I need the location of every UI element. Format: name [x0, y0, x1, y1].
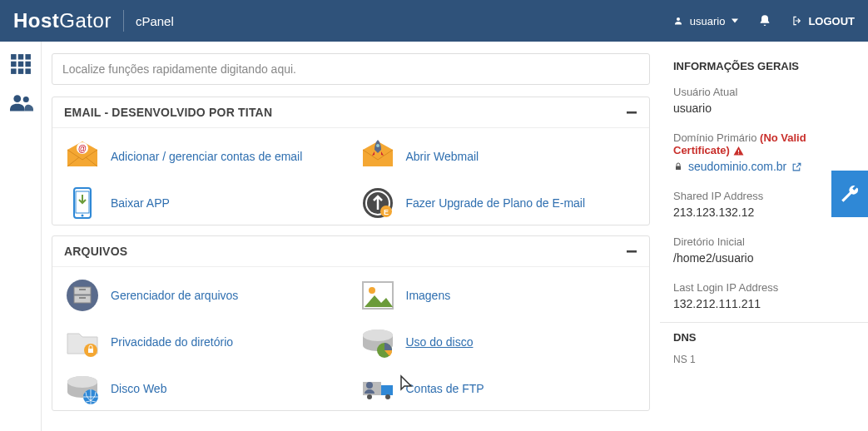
- external-link-icon[interactable]: [791, 161, 802, 172]
- svg-rect-25: [79, 289, 86, 290]
- dns-title: DNS: [660, 322, 868, 352]
- svg-rect-5: [17, 62, 23, 67]
- ns1-label: NS 1: [660, 352, 868, 367]
- svg-point-0: [677, 17, 680, 21]
- left-rail: [0, 42, 42, 431]
- webmail-item[interactable]: Abrir Webmail: [360, 138, 638, 175]
- disk-pie-icon: [360, 324, 396, 360]
- item-label: Adicionar / gerenciar contas de email: [111, 149, 302, 164]
- item-label: Fazer Upgrade de Plano de E-mail: [406, 196, 586, 211]
- images-item[interactable]: Imagens: [360, 277, 638, 314]
- users-icon[interactable]: [10, 93, 32, 115]
- svg-rect-9: [25, 68, 30, 74]
- image-icon: [360, 277, 396, 314]
- svg-rect-39: [381, 385, 393, 395]
- phone-download-icon: [64, 185, 101, 221]
- shared-ip-value: 213.123.132.12: [673, 206, 855, 219]
- current-user-label: Usuário Atual: [673, 86, 855, 98]
- svg-text:E: E: [383, 208, 388, 216]
- ftp-truck-icon: [360, 370, 396, 407]
- envelope-rocket-icon: [360, 138, 396, 175]
- email-panel-title: EMAIL - DESENVOLVIDO POR TITAN: [64, 106, 272, 119]
- svg-point-10: [13, 95, 21, 102]
- home-dir-value: /home2/usuario: [673, 251, 855, 265]
- item-label: Privacidade do diretório: [111, 334, 233, 349]
- ftp-accounts-item[interactable]: Contas de FTP: [360, 370, 638, 407]
- logout-label: LOGOUT: [808, 15, 855, 27]
- svg-rect-3: [25, 54, 30, 60]
- folder-lock-icon: [64, 324, 101, 360]
- svg-point-17: [82, 215, 84, 217]
- settings-tab[interactable]: [831, 171, 868, 217]
- svg-point-35: [67, 376, 97, 388]
- files-panel-title: ARQUIVOS: [64, 245, 127, 258]
- current-user-value: usuario: [673, 102, 855, 115]
- item-label: Abrir Webmail: [406, 149, 479, 164]
- search-input[interactable]: [52, 53, 650, 85]
- svg-rect-26: [79, 297, 86, 299]
- svg-point-14: [376, 144, 379, 147]
- upgrade-plan-item[interactable]: E Fazer Upgrade de Plano de E-mail: [360, 185, 638, 221]
- info-sidebar: INFORMAÇÕES GERAIS Usuário Atual usuario…: [660, 42, 868, 431]
- bell-icon: [758, 14, 771, 27]
- svg-rect-4: [11, 62, 17, 67]
- svg-rect-23: [74, 287, 91, 295]
- svg-rect-1: [11, 54, 17, 60]
- collapse-icon[interactable]: −: [626, 107, 637, 118]
- upgrade-icon: E: [360, 185, 396, 221]
- notifications-bell[interactable]: [758, 14, 771, 27]
- item-label: Baixar APP: [111, 196, 170, 211]
- lock-icon: [673, 161, 683, 171]
- header-divider: [123, 10, 124, 32]
- item-label: Uso do disco: [406, 334, 474, 349]
- download-app-item[interactable]: Baixar APP: [64, 185, 343, 221]
- user-menu[interactable]: usuario: [673, 15, 739, 27]
- domain-link[interactable]: seudominio.com.br: [688, 160, 786, 173]
- file-manager-item[interactable]: Gerenciador de arquivos: [64, 277, 343, 314]
- envelope-at-icon: @: [64, 138, 101, 175]
- logout-icon: [791, 15, 803, 27]
- email-panel: EMAIL - DESENVOLVIDO POR TITAN − @ Adici…: [52, 97, 650, 225]
- last-login-value: 132.212.111.211: [673, 297, 855, 310]
- svg-rect-6: [25, 62, 30, 67]
- caret-down-icon: [732, 17, 738, 24]
- svg-point-41: [385, 394, 390, 399]
- email-manage-item[interactable]: @ Adicionar / gerenciar contas de email: [64, 138, 343, 175]
- product-name: cPanel: [136, 14, 174, 28]
- svg-point-32: [363, 329, 393, 341]
- item-label: Imagens: [406, 288, 451, 303]
- dir-privacy-item[interactable]: Privacidade do diretório: [64, 324, 343, 360]
- svg-rect-2: [17, 54, 23, 60]
- svg-rect-24: [74, 295, 91, 303]
- primary-domain-label: Domínio Primário (No Valid Certificate): [673, 131, 855, 156]
- svg-point-38: [366, 382, 373, 389]
- disk-globe-icon: [64, 370, 101, 407]
- home-dir-label: Diretório Inicial: [673, 235, 855, 248]
- svg-rect-7: [11, 68, 17, 74]
- warning-icon: [733, 146, 744, 156]
- disk-usage-item[interactable]: Uso do disco: [360, 324, 638, 360]
- svg-rect-30: [88, 349, 93, 353]
- svg-text:@: @: [78, 144, 87, 153]
- apps-grid-icon[interactable]: [10, 53, 32, 75]
- item-label: Disco Web: [111, 381, 166, 396]
- web-disk-item[interactable]: Disco Web: [64, 370, 343, 407]
- file-cabinet-icon: [64, 277, 101, 314]
- last-login-label: Last Login IP Address: [673, 281, 855, 294]
- top-header: HostGator cPanel usuario LOGOUT: [0, 0, 868, 42]
- item-label: Gerenciador de arquivos: [111, 288, 238, 303]
- svg-point-40: [367, 394, 372, 399]
- files-panel: ARQUIVOS − Gerenciador de arquivos Image…: [52, 235, 650, 411]
- svg-rect-8: [17, 68, 23, 74]
- shared-ip-label: Shared IP Address: [673, 190, 855, 202]
- main-content: EMAIL - DESENVOLVIDO POR TITAN − @ Adici…: [42, 42, 660, 431]
- logout-button[interactable]: LOGOUT: [791, 15, 855, 27]
- item-label: Contas de FTP: [406, 381, 484, 396]
- svg-point-28: [369, 287, 375, 294]
- collapse-icon[interactable]: −: [626, 245, 637, 257]
- svg-rect-42: [676, 166, 681, 171]
- brand-logo: HostGator: [13, 9, 112, 32]
- sidebar-title: INFORMAÇÕES GERAIS: [660, 52, 868, 81]
- username-label: usuario: [690, 15, 726, 27]
- wrench-icon: [839, 183, 861, 205]
